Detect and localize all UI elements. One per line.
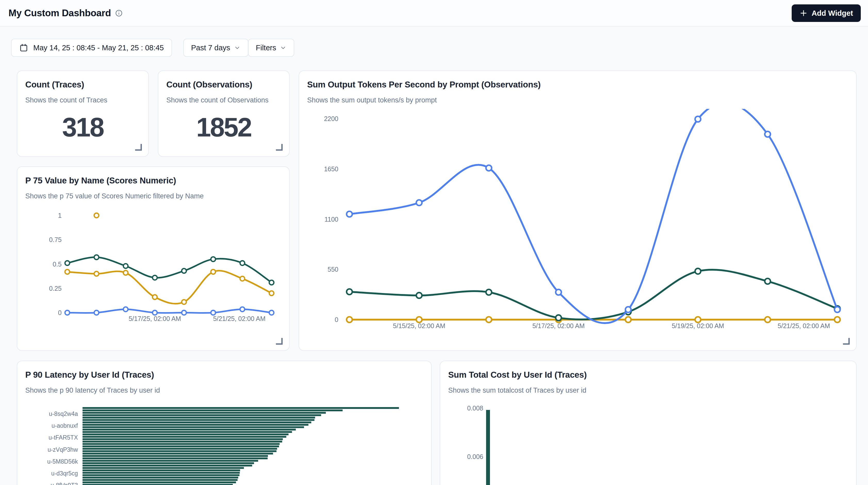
- count-traces-value: 318: [17, 112, 148, 143]
- plus-icon: [799, 9, 808, 17]
- dashboard-page: My Custom Dashboard Add Widget: [0, 0, 868, 485]
- calendar-icon: [19, 43, 28, 52]
- svg-text:1: 1: [58, 212, 62, 219]
- tokens-line-chart: 05501100165022005/15/25, 02:00 AM5/17/25…: [304, 109, 852, 346]
- svg-text:2200: 2200: [324, 115, 338, 122]
- filters-dropdown[interactable]: Filters: [248, 39, 294, 57]
- widget-subtitle: Shows the sum output tokens/s by prompt: [307, 96, 437, 104]
- page-title: My Custom Dashboard: [8, 8, 111, 19]
- svg-text:0.75: 0.75: [49, 236, 62, 243]
- svg-text:550: 550: [328, 266, 338, 273]
- count-observations-value: 1852: [158, 112, 289, 143]
- widget-subtitle: Shows the p 75 value of Scores Numeric f…: [25, 192, 204, 200]
- time-preset-label: Past 7 days: [191, 43, 230, 52]
- resize-handle-icon[interactable]: [276, 338, 283, 345]
- widget-total-cost-chart: Sum Total Cost by User Id (Traces) Shows…: [440, 361, 857, 485]
- svg-text:5/15/25, 02:00 AM: 5/15/25, 02:00 AM: [393, 322, 445, 329]
- svg-text:0.008: 0.008: [467, 404, 483, 412]
- date-range-picker[interactable]: May 14, 25 : 08:45 - May 21, 25 : 08:45: [11, 39, 172, 57]
- widget-p90-latency-chart: P 90 Latency by User Id (Traces) Shows t…: [17, 361, 432, 485]
- resize-handle-icon[interactable]: [135, 144, 142, 151]
- svg-text:u-8fVa9T3: u-8fVa9T3: [51, 482, 78, 485]
- svg-text:0.006: 0.006: [467, 453, 483, 460]
- svg-text:1100: 1100: [324, 216, 338, 223]
- widget-title: P 75 Value by Name (Scores Numeric): [25, 176, 176, 185]
- widget-subtitle: Shows the count of Observations: [166, 96, 269, 104]
- p75-line-chart: 00.250.50.7515/17/25, 02:00 AM5/21/25, 0…: [23, 206, 285, 337]
- svg-text:0.5: 0.5: [53, 261, 62, 268]
- svg-text:u-zVqP3hw: u-zVqP3hw: [48, 446, 78, 453]
- svg-text:u-5M8D56k: u-5M8D56k: [47, 458, 78, 465]
- resize-handle-icon[interactable]: [843, 338, 850, 345]
- svg-text:u-8sq2w4a: u-8sq2w4a: [49, 411, 78, 417]
- svg-text:5/17/25, 02:00 AM: 5/17/25, 02:00 AM: [532, 322, 585, 329]
- widget-subtitle: Shows the count of Traces: [25, 96, 107, 104]
- add-widget-label: Add Widget: [811, 9, 853, 18]
- widget-subtitle: Shows the sum totalcost of Traces by use…: [448, 387, 586, 394]
- svg-text:u-tFAR5TX: u-tFAR5TX: [49, 434, 78, 441]
- svg-text:u-d3qr5cg: u-d3qr5cg: [51, 470, 78, 477]
- svg-text:0.25: 0.25: [49, 285, 62, 292]
- svg-text:5/17/25, 02:00 AM: 5/17/25, 02:00 AM: [129, 315, 181, 322]
- widget-p75-scores-chart: P 75 Value by Name (Scores Numeric) Show…: [17, 166, 289, 351]
- svg-text:u-aobnuxf: u-aobnuxf: [52, 422, 78, 429]
- svg-text:0: 0: [335, 316, 338, 323]
- date-range-label: May 14, 25 : 08:45 - May 21, 25 : 08:45: [33, 43, 164, 52]
- widget-subtitle: Shows the p 90 latency of Traces by user…: [25, 387, 160, 394]
- svg-text:0: 0: [58, 309, 62, 316]
- widget-title: Count (Traces): [25, 80, 84, 90]
- add-widget-button[interactable]: Add Widget: [792, 4, 861, 22]
- widget-tokens-per-second-chart: Sum Output Tokens Per Second by Prompt (…: [299, 70, 857, 351]
- widget-title: P 90 Latency by User Id (Traces): [25, 370, 154, 380]
- page-header: My Custom Dashboard Add Widget: [0, 0, 868, 27]
- widget-title: Count (Observations): [166, 80, 252, 90]
- info-icon[interactable]: [115, 9, 123, 17]
- svg-text:5/21/25, 02:00 AM: 5/21/25, 02:00 AM: [778, 322, 830, 329]
- p90-bar-chart: u-8sq2w4au-aobnuxfu-tFAR5TXu-zVqP3hwu-5M…: [23, 403, 427, 485]
- resize-handle-icon[interactable]: [276, 144, 283, 151]
- widget-count-traces: Count (Traces) Shows the count of Traces…: [17, 70, 149, 157]
- chevron-down-icon: [234, 44, 241, 51]
- svg-text:5/19/25, 02:00 AM: 5/19/25, 02:00 AM: [672, 322, 724, 329]
- widget-title: Sum Total Cost by User Id (Traces): [448, 370, 587, 380]
- svg-text:1650: 1650: [324, 165, 338, 173]
- widget-title: Sum Output Tokens Per Second by Prompt (…: [307, 80, 541, 90]
- chevron-down-icon: [280, 44, 286, 51]
- cost-bar-chart: 0.0080.006: [445, 403, 852, 485]
- widget-count-observations: Count (Observations) Shows the count of …: [158, 70, 289, 157]
- svg-text:5/21/25, 02:00 AM: 5/21/25, 02:00 AM: [213, 315, 266, 322]
- time-preset-dropdown[interactable]: Past 7 days: [183, 39, 248, 57]
- filters-label: Filters: [256, 43, 276, 52]
